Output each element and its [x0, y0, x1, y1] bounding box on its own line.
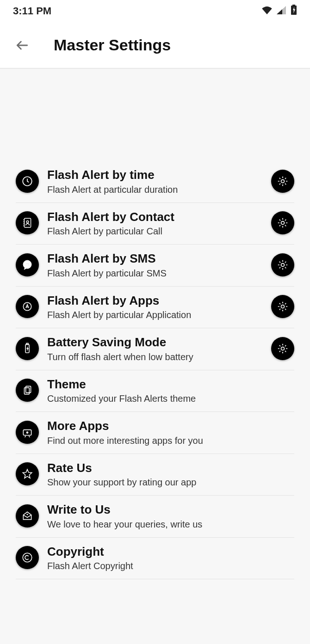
row-write-to-us[interactable]: Write to Us We love to hear your queries…: [16, 496, 294, 538]
row-title: Flash Alert by Apps: [47, 293, 271, 308]
row-subtitle: Flash Alert by particular Application: [47, 310, 271, 320]
ad-placeholder: [0, 68, 310, 161]
settings-gear-button[interactable]: [271, 170, 294, 193]
app-icon: [16, 295, 39, 318]
row-subtitle: Turn off flash alert when low battery: [47, 352, 271, 362]
row-copyright[interactable]: Copyright Flash Alert Copyright: [16, 538, 294, 580]
clock-icon: [16, 170, 39, 193]
mail-icon: [16, 504, 39, 527]
row-flash-alert-by-apps[interactable]: Flash Alert by Apps Flash Alert by parti…: [16, 287, 294, 329]
svg-point-18: [26, 431, 29, 434]
battery-charging-icon: [291, 5, 297, 18]
svg-text:SMS: SMS: [24, 263, 31, 266]
row-subtitle: We love to hear your queries, write us: [47, 519, 294, 530]
battery-icon: [16, 337, 39, 360]
settings-list: Flash Alert by time Flash Alert at parti…: [0, 161, 310, 579]
row-title: Copyright: [47, 544, 294, 559]
settings-gear-button[interactable]: [271, 337, 294, 360]
row-title: Battery Saving Mode: [47, 335, 271, 350]
status-icons: [262, 5, 297, 18]
row-subtitle: Find out more interesting apps for you: [47, 435, 294, 446]
svg-point-11: [281, 305, 285, 308]
svg-point-5: [26, 221, 29, 223]
row-title: Rate Us: [47, 460, 294, 476]
svg-rect-1: [292, 5, 295, 6]
row-title: Flash Alert by SMS: [47, 251, 271, 266]
gear-icon: [277, 259, 289, 271]
row-flash-alert-by-contact[interactable]: Flash Alert by Contact Flash Alert by pa…: [16, 203, 294, 245]
gear-icon: [277, 175, 289, 187]
row-flash-alert-by-time[interactable]: Flash Alert by time Flash Alert at parti…: [16, 161, 294, 203]
svg-point-3: [281, 179, 285, 183]
row-theme[interactable]: Theme Customized your Flash Alerts theme: [16, 370, 294, 412]
row-title: Flash Alert by Contact: [47, 209, 271, 225]
arrow-back-icon: [15, 38, 30, 53]
svg-rect-16: [26, 386, 31, 393]
settings-gear-button[interactable]: [271, 211, 294, 234]
status-time: 3:11 PM: [13, 5, 51, 17]
svg-point-6: [281, 221, 285, 225]
row-more-apps[interactable]: More Apps Find out more interesting apps…: [16, 412, 294, 454]
theme-icon: [16, 379, 39, 402]
row-subtitle: Customized your Flash Alerts theme: [47, 393, 294, 404]
gear-icon: [277, 217, 289, 229]
gear-icon: [277, 301, 289, 313]
svg-rect-15: [25, 388, 30, 394]
wifi-icon: [262, 5, 272, 17]
signal-icon: [277, 5, 286, 17]
copyright-icon: [16, 546, 39, 569]
svg-point-9: [281, 263, 285, 266]
status-bar: 3:11 PM: [0, 0, 310, 22]
svg-point-19: [26, 514, 28, 515]
row-subtitle: Flash Alert at particular duration: [47, 184, 271, 195]
svg-point-20: [23, 553, 32, 563]
svg-rect-13: [26, 343, 28, 344]
settings-gear-button[interactable]: [271, 295, 294, 318]
row-subtitle: Flash Alert Copyright: [47, 561, 294, 571]
back-button[interactable]: [14, 37, 31, 54]
row-battery-saving-mode[interactable]: Battery Saving Mode Turn off flash alert…: [16, 328, 294, 370]
row-subtitle: Flash Alert by particular SMS: [47, 268, 271, 279]
svg-point-14: [281, 347, 285, 350]
page-title: Master Settings: [54, 36, 171, 54]
row-title: Write to Us: [47, 502, 294, 517]
row-flash-alert-by-sms[interactable]: SMS Flash Alert by SMS Flash Alert by pa…: [16, 245, 294, 287]
row-subtitle: Flash Alert by particular Call: [47, 226, 271, 237]
sms-icon: SMS: [16, 253, 39, 276]
gear-icon: [277, 343, 289, 355]
row-subtitle: Show your support by rating our app: [47, 477, 294, 488]
row-rate-us[interactable]: Rate Us Show your support by rating our …: [16, 454, 294, 496]
app-bar: Master Settings: [0, 22, 310, 68]
more-apps-icon: [16, 421, 39, 444]
row-title: Flash Alert by time: [47, 167, 271, 183]
contact-book-icon: [16, 211, 39, 234]
row-title: More Apps: [47, 418, 294, 434]
row-title: Theme: [47, 377, 294, 392]
star-icon: [16, 462, 39, 485]
settings-gear-button[interactable]: [271, 253, 294, 276]
